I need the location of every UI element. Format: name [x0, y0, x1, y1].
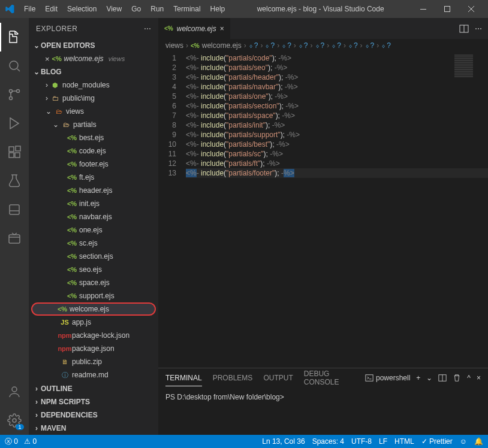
minimize-button[interactable]	[411, 1, 435, 17]
new-terminal-icon[interactable]: +	[416, 374, 420, 382]
file-item[interactable]: <%code.ejs	[29, 144, 158, 158]
file-package-json[interactable]: npmpackage.json	[29, 342, 158, 355]
maven-section[interactable]: ›MAVEN	[29, 422, 158, 435]
breadcrumb-tag[interactable]: ⬨?	[265, 41, 275, 50]
file-item[interactable]: <%support.ejs	[29, 289, 158, 302]
status-spaces[interactable]: Spaces: 4	[312, 437, 344, 446]
more-actions-icon[interactable]: ⋯	[475, 25, 482, 33]
sidebar-ext1-icon[interactable]	[0, 195, 29, 224]
blog-section[interactable]: ⌄ BLOG	[29, 65, 158, 78]
file-item[interactable]: <%navbar.ejs	[29, 210, 158, 223]
terminal-body[interactable]: PS D:\desktop from\New folder\blog>	[158, 388, 488, 435]
accounts-icon[interactable]	[0, 377, 29, 406]
menu-view[interactable]: View	[101, 5, 126, 13]
open-editor-item[interactable]: × <% welcome.ejs views	[29, 52, 158, 65]
ejs-icon: <%	[58, 305, 67, 313]
folder-node-modules[interactable]: ›⬢node_modules	[29, 78, 158, 92]
file-item[interactable]: <%sc.ejs	[29, 237, 158, 250]
menu-run[interactable]: Run	[146, 5, 168, 13]
tab-close-icon[interactable]: ×	[220, 25, 224, 33]
file-item[interactable]: <%seo.ejs	[29, 263, 158, 276]
open-editors-section[interactable]: ⌄ OPEN EDITORS	[29, 39, 158, 52]
testing-icon[interactable]	[0, 167, 29, 195]
status-cursor-pos[interactable]: Ln 13, Col 36	[262, 437, 305, 446]
breadcrumb-tag[interactable]: ⬨?	[299, 41, 308, 50]
ejs-icon: <%	[67, 134, 77, 141]
menu-file[interactable]: File	[19, 5, 40, 13]
output-tab[interactable]: OUTPUT	[263, 370, 293, 386]
minimap[interactable]	[452, 52, 488, 368]
status-language[interactable]: HTML	[394, 437, 414, 446]
breadcrumb-tag[interactable]: ⬨?	[381, 41, 391, 50]
close-panel-icon[interactable]: ×	[477, 374, 481, 382]
file-public-zip[interactable]: 🗎public.zip	[29, 355, 158, 368]
file-item[interactable]: <%space.ejs	[29, 276, 158, 289]
sidebar-ext2-icon[interactable]	[0, 224, 29, 253]
status-encoding[interactable]: UTF-8	[351, 437, 372, 446]
menu-go[interactable]: Go	[126, 5, 146, 13]
status-eol[interactable]: LF	[379, 437, 387, 446]
status-prettier[interactable]: ✓ Prettier	[421, 437, 453, 446]
svg-point-12	[12, 387, 17, 392]
folder-partials[interactable]: ⌄🗁partials	[29, 118, 158, 131]
npm-scripts-section[interactable]: ›NPM SCRIPTS	[29, 395, 158, 408]
file-item[interactable]: <%init.ejs	[29, 197, 158, 210]
split-editor-icon[interactable]	[459, 24, 469, 34]
breadcrumb-tag[interactable]: ⬨?	[365, 41, 375, 50]
outline-section[interactable]: ›OUTLINE	[29, 382, 158, 395]
problems-tab[interactable]: PROBLEMS	[213, 370, 253, 386]
file-item[interactable]: <%header.ejs	[29, 184, 158, 197]
folder-icon: 🗀	[50, 95, 60, 102]
run-debug-icon[interactable]	[0, 109, 29, 138]
terminal-shell-selector[interactable]: powershell	[365, 374, 410, 382]
file-readme[interactable]: ⓘreadme.md	[29, 368, 158, 382]
status-warnings[interactable]: ⚠ 0	[24, 437, 37, 446]
extensions-icon[interactable]	[0, 138, 29, 167]
window-title: welcome.ejs - blog - Visual Studio Code	[230, 5, 411, 13]
kill-terminal-icon[interactable]	[453, 374, 461, 382]
status-errors[interactable]: ⓧ 0	[5, 437, 18, 447]
code-editor[interactable]: 12345678910111213 <%- include("partials/…	[158, 52, 488, 368]
breadcrumb-tag[interactable]: ⬨?	[249, 41, 258, 50]
close-icon[interactable]: ×	[45, 55, 50, 63]
ejs-icon: <%	[67, 161, 77, 168]
status-feedback-icon[interactable]: ☺	[460, 437, 467, 446]
file-appjs[interactable]: JSapp.js	[29, 316, 158, 329]
tab-welcome[interactable]: <% welcome.ejs ×	[158, 18, 231, 39]
folder-views[interactable]: ⌄🗁views	[29, 105, 158, 118]
terminal-tab[interactable]: TERMINAL	[165, 370, 202, 386]
split-terminal-icon[interactable]	[438, 374, 447, 382]
debug-console-tab[interactable]: DEBUG CONSOLE	[304, 366, 344, 390]
explorer-icon[interactable]	[0, 23, 29, 52]
file-welcome-highlighted[interactable]: <%welcome.ejs	[31, 302, 156, 316]
breadcrumb-tag[interactable]: ⬨?	[282, 41, 291, 50]
explorer-more-icon[interactable]: ⋯	[144, 25, 152, 33]
menu-help[interactable]: Help	[206, 5, 230, 13]
file-item[interactable]: <%section.ejs	[29, 250, 158, 263]
breadcrumb-tag[interactable]: ⬨?	[332, 41, 341, 50]
file-package-lock[interactable]: npmpackage-lock.json	[29, 329, 158, 342]
menu-selection[interactable]: Selection	[62, 5, 101, 13]
status-bell-icon[interactable]: 🔔	[474, 437, 483, 446]
file-item[interactable]: <%best.ejs	[29, 131, 158, 144]
settings-gear-icon[interactable]: 1	[0, 406, 29, 435]
editor-area: <% welcome.ejs × ⋯ views› <%welcome.ejs›…	[158, 18, 488, 435]
search-icon[interactable]	[0, 52, 29, 80]
ejs-icon: <%	[52, 55, 62, 62]
source-control-icon[interactable]	[0, 80, 29, 109]
file-item[interactable]: <%footer.ejs	[29, 158, 158, 171]
breadcrumb-tag[interactable]: ⬨?	[348, 41, 358, 50]
ejs-icon: <%	[67, 253, 77, 260]
file-item[interactable]: <%one.ejs	[29, 223, 158, 237]
terminal-dropdown-icon[interactable]: ⌄	[426, 374, 432, 382]
menu-edit[interactable]: Edit	[40, 5, 62, 13]
breadcrumb-tag[interactable]: ⬨?	[315, 41, 325, 50]
maximize-panel-icon[interactable]: ^	[467, 374, 471, 382]
close-button[interactable]	[459, 1, 483, 17]
maximize-button[interactable]	[435, 1, 459, 17]
breadcrumbs[interactable]: views› <%welcome.ejs› ⬨?› ⬨?› ⬨?› ⬨?› ⬨?…	[158, 39, 488, 52]
menu-terminal[interactable]: Terminal	[168, 5, 205, 13]
file-item[interactable]: <%ft.ejs	[29, 171, 158, 184]
dependencies-section[interactable]: ›DEPENDENCIES	[29, 408, 158, 422]
folder-public-img[interactable]: ›🗀public\img	[29, 92, 158, 105]
